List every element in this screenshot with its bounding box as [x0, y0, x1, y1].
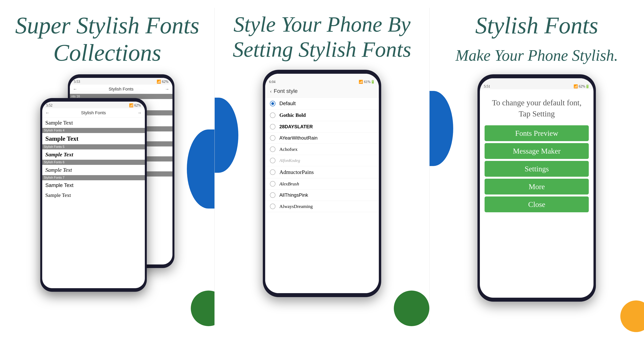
section3-title: Stylish Fonts Make Your Phone Stylish. [456, 12, 618, 66]
phone-middle: 6:04 📶 61%🔋 ‹ Font style Default [263, 70, 381, 297]
phone-front-screen: 5:52 📶 62% ← Stylish Fonts → Sample Text… [42, 102, 145, 288]
font-name-allthings: AllThingsPink [280, 192, 308, 198]
font-item-sf6[interactable]: Sample Text [42, 165, 145, 175]
section-stylish-fonts: Stylish Fonts Make Your Phone Stylish. 5… [430, 0, 644, 338]
phone-stack: 5:53 📶 62% ← Stylish Fonts → nts 16 𝒢𝒽𝑜𝓈… [40, 74, 174, 292]
forward-arrow-front[interactable]: → [137, 110, 142, 115]
tap-setting-message: To change your default font, Tap Setting [480, 89, 594, 123]
font-list-front: Sample Text Stylish Fonts 4 Sample Text … [42, 118, 145, 200]
time-front: 5:52 [46, 103, 52, 107]
status-bar-mid: 6:04 📶 61%🔋 [265, 74, 379, 85]
blue-decoration-left [187, 129, 214, 209]
font-label-sf7: Stylish Fonts 7 [42, 175, 145, 180]
font-style-item-28days[interactable]: 28DAYSLATER [265, 121, 379, 132]
section-style-phone: Style Your Phone By Setting Stylish Font… [215, 0, 429, 338]
signal-front: 📶 62% [129, 103, 141, 107]
font-name-ayear: AYearWithoutRain [280, 135, 318, 141]
tap-text-line1: To change your default font, [492, 98, 582, 107]
time-mid: 6:04 [269, 80, 276, 84]
radio-default[interactable] [270, 101, 276, 106]
font-style-title: Font style [274, 88, 374, 94]
font-item-sf5[interactable]: Sample Text [42, 149, 145, 160]
back-arrow-back[interactable]: ← [73, 87, 77, 92]
font-label-sf4: Stylish Fonts 4 [42, 128, 145, 133]
font-style-item-achof[interactable]: Achofsex [265, 144, 379, 155]
font-style-item-alfon[interactable]: AlfonKodeg [265, 155, 379, 166]
btn-close[interactable]: Close [484, 197, 589, 212]
green-decoration-mid [394, 291, 429, 326]
font-label-sf6: Stylish Fonts 6 [42, 160, 145, 165]
phone-mid-screen: 6:04 📶 61%🔋 ‹ Font style Default [265, 74, 379, 293]
status-bar-right: 5:51 📶 62%🔋 [480, 78, 594, 89]
phone-right: 5:51 📶 62%🔋 To change your default font,… [478, 74, 596, 302]
font-style-item-ayear[interactable]: AYearWithoutRain [265, 132, 379, 144]
app-title-front: Stylish Fonts [50, 110, 137, 115]
font-item-sf3[interactable]: Sample Text [42, 118, 145, 128]
radio-achof[interactable] [270, 146, 276, 152]
phone-right-screen: 5:51 📶 62%🔋 To change your default font,… [480, 78, 594, 298]
section2-title-line2: Setting Stylish Fonts [233, 37, 411, 62]
btn-message-maker[interactable]: Message Maker [484, 143, 589, 159]
font-label-sf5: Stylish Fonts 5 [42, 144, 145, 149]
font-item-sf7[interactable]: Sample Text [42, 180, 145, 190]
green-decoration [191, 291, 214, 326]
signal-back: 📶 62% [157, 79, 168, 84]
phone-front: 5:52 📶 62% ← Stylish Fonts → Sample Text… [40, 98, 147, 292]
section-collections: Super Stylish Fonts Collections 5:53 📶 6… [0, 0, 214, 338]
radio-alfon[interactable] [270, 158, 276, 163]
font-style-item-gothic[interactable]: Gothic Bold [265, 109, 379, 121]
radio-28days[interactable] [270, 124, 276, 129]
font-style-item-allthings[interactable]: AllThingsPink [265, 190, 379, 201]
yellow-decoration-right [620, 300, 644, 332]
font-name-gothic: Gothic Bold [280, 112, 306, 118]
font-name-default: Default [280, 100, 296, 107]
section1-title-line1: Super Stylish Fonts [15, 12, 199, 39]
font-name-28days: 28DAYSLATER [280, 124, 313, 129]
font-style-item-admuctor[interactable]: AdmuctorPains [265, 166, 379, 178]
font-style-item-alexbrush[interactable]: AlexBrush [265, 178, 379, 190]
app-bar-back: ← Stylish Fonts → [70, 85, 172, 94]
section3-title-line1: Stylish Fonts [475, 12, 598, 39]
radio-alexbrush[interactable] [270, 181, 276, 187]
blue-decoration-right [430, 91, 453, 166]
font-item-sf8[interactable]: Sample Text [42, 190, 145, 200]
font-style-list: Default Gothic Bold 28DAYSLATER AYearWit… [265, 98, 379, 293]
radio-gothic[interactable] [270, 112, 276, 118]
section2-title-line1: Style Your Phone By [234, 12, 410, 36]
forward-arrow-back[interactable]: → [165, 87, 169, 92]
font-style-item-default[interactable]: Default [265, 98, 379, 109]
section3-title-line2: Make Your Phone Stylish. [456, 47, 618, 64]
radio-admuctor[interactable] [270, 170, 276, 175]
status-bar-front: 5:52 📶 62% [42, 102, 145, 108]
app-bar-front: ← Stylish Fonts → [42, 108, 145, 118]
back-arrow-front[interactable]: ← [46, 110, 50, 115]
time-right: 5:51 [484, 84, 490, 89]
font-name-alexbrush: AlexBrush [280, 181, 299, 187]
back-arrow-mid[interactable]: ‹ [270, 88, 272, 94]
time-back: 5:53 [74, 80, 80, 84]
font-item-sf4[interactable]: Sample Text [42, 133, 145, 144]
btn-more[interactable]: More [484, 179, 589, 195]
font-name-always: AlwaysDreaming [280, 204, 313, 209]
section2-title: Style Your Phone By Setting Stylish Font… [233, 12, 411, 62]
radio-ayear[interactable] [270, 135, 276, 141]
status-bar-back: 5:53 📶 62% [70, 78, 172, 85]
radio-allthings[interactable] [270, 192, 276, 198]
section1-title: Super Stylish Fonts Collections [15, 12, 199, 66]
font-style-header: ‹ Font style [265, 85, 379, 98]
blue-decoration-mid [215, 98, 238, 173]
font-name-alfon: AlfonKodeg [280, 158, 300, 163]
signal-right: 📶 62%🔋 [574, 84, 590, 89]
radio-always[interactable] [270, 204, 276, 209]
signal-mid: 📶 61%🔋 [359, 80, 375, 84]
app-title-back: Stylish Fonts [77, 87, 165, 92]
font-name-admuctor: AdmuctorPains [280, 169, 314, 175]
btn-fonts-preview[interactable]: Fonts Preview [484, 125, 589, 141]
section1-title-line2: Collections [53, 40, 161, 66]
tap-text-line2: Tap Setting [519, 109, 555, 118]
font-name-achof: Achofsex [280, 147, 298, 152]
btn-settings[interactable]: Settings [484, 161, 589, 177]
font-style-item-always[interactable]: AlwaysDreaming [265, 201, 379, 212]
radio-inner-default [271, 102, 274, 105]
